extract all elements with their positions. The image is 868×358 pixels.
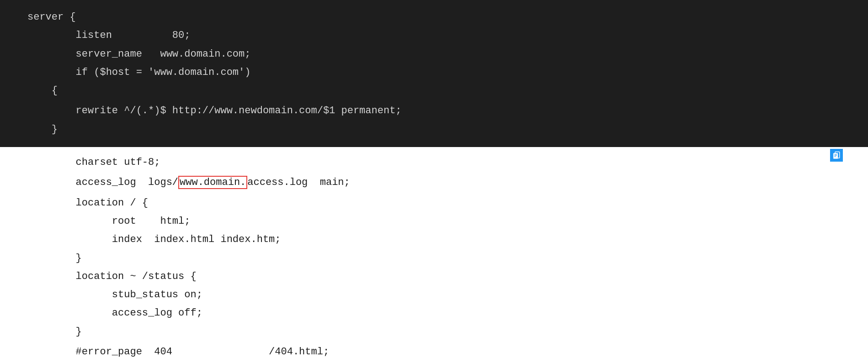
code-line: location ~ /status { [0, 268, 868, 286]
code-line: { [0, 82, 868, 100]
code-line: stub_status on; [0, 286, 868, 304]
code-line: charset utf-8; [0, 153, 868, 172]
code-line: root html; [0, 212, 868, 231]
code-line: } [0, 249, 868, 268]
code-line: rewrite ^/(.*)$ http://www.newdomain.com… [0, 102, 868, 120]
code-line: } [0, 121, 868, 139]
code-line: index index.html index.htm; [0, 231, 868, 249]
code-line: #error_page 404 /404.html; [0, 343, 868, 358]
code-line: server { [0, 8, 868, 26]
code-line: } [0, 323, 868, 341]
code-line: if ($host = 'www.domain.com') [0, 63, 868, 82]
code-line: server_name www.domain.com; [0, 45, 868, 63]
dark-code-block: server { listen 80; server_name www.doma… [0, 0, 868, 147]
code-line: listen 80; [0, 26, 868, 45]
light-code-block: charset utf-8; access_log logs/www.domai… [0, 147, 868, 358]
code-editor: server { listen 80; server_name www.doma… [0, 0, 868, 358]
code-line: access_log off; [0, 304, 868, 322]
code-line: location / { [0, 194, 868, 212]
highlighted-domain: www.domain. [178, 176, 247, 189]
copy-icon[interactable] [830, 149, 843, 162]
access-log-line: access_log logs/www.domain.access.log ma… [0, 174, 868, 192]
copy-icon-svg [832, 151, 841, 159]
svg-rect-1 [833, 153, 838, 159]
